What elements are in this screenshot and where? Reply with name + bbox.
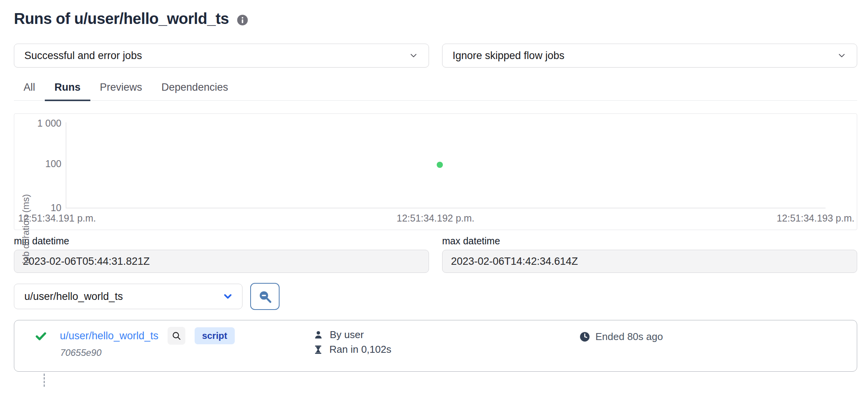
tab-dependencies[interactable]: Dependencies: [152, 79, 238, 101]
person-icon: [313, 330, 324, 340]
job-status-select[interactable]: Successful and error jobs: [14, 44, 429, 68]
info-icon[interactable]: [237, 14, 248, 26]
skipped-flow-select-value: Ignore skipped flow jobs: [453, 50, 565, 62]
search-runs-button[interactable]: [250, 283, 280, 310]
chevron-down-icon: [222, 291, 234, 302]
chart-y-tick: 10: [14, 203, 61, 213]
magnifier-minus-icon: [257, 289, 273, 304]
min-datetime-group: min datetime: [14, 235, 429, 273]
run-by-row: By user: [313, 329, 391, 341]
hourglass-icon: [313, 345, 323, 355]
chevron-down-icon: [409, 51, 419, 61]
tab-previews[interactable]: Previews: [90, 79, 152, 101]
chart-y-axis-line: [66, 122, 66, 208]
skipped-flow-select[interactable]: Ignore skipped flow jobs: [442, 44, 857, 68]
page-header: Runs of u/user/hello_world_ts: [14, 10, 857, 27]
filter-row: Successful and error jobs Ignore skipped…: [14, 44, 857, 68]
tab-bar: All Runs Previews Dependencies: [14, 79, 857, 101]
min-datetime-input[interactable]: [14, 250, 429, 273]
success-check-icon: [34, 330, 47, 343]
tab-all[interactable]: All: [14, 79, 45, 101]
run-row[interactable]: u/user/hello_world_ts script 70655e90 By…: [14, 320, 857, 372]
run-duration-text: Ran in 0,102s: [329, 344, 391, 355]
chart-x-tick: 12:51:34.193 p.m.: [776, 213, 854, 224]
script-path-select-value: u/user/hello_world_ts: [24, 291, 123, 303]
chart-x-tick: 12:51:34.191 p.m.: [18, 213, 96, 224]
run-id: 70655e90: [60, 347, 102, 358]
job-kind-badge: script: [195, 327, 234, 344]
run-by-text: By user: [330, 329, 364, 341]
datetime-filter-row: min datetime max datetime: [14, 235, 857, 273]
run-duration-row: Ran in 0,102s: [313, 344, 391, 355]
timeline-connector: [44, 374, 45, 387]
max-datetime-input[interactable]: [442, 250, 857, 273]
chart-x-axis-line: [66, 208, 826, 208]
chart-y-tick: 100: [14, 159, 61, 169]
chart-y-tick: 1 000: [14, 118, 61, 128]
duration-chart: job duration (ms) 1 000 100 10 12:51:34.…: [14, 113, 857, 230]
run-main-info: u/user/hello_world_ts script: [60, 327, 235, 345]
job-status-select-value: Successful and error jobs: [24, 50, 142, 62]
page-title: Runs of u/user/hello_world_ts: [14, 10, 229, 27]
run-path-link[interactable]: u/user/hello_world_ts: [60, 330, 158, 342]
run-data-point[interactable]: [437, 162, 443, 168]
chart-x-tick: 12:51:34.192 p.m.: [397, 213, 475, 224]
clock-icon: [580, 332, 590, 342]
runs-page: Runs of u/user/hello_world_ts Successful…: [0, 0, 868, 387]
run-meta: By user Ran in 0,102s: [313, 329, 391, 355]
run-ended-row: Ended 80s ago: [580, 331, 663, 343]
script-path-select[interactable]: u/user/hello_world_ts: [14, 284, 242, 309]
path-filter-row: u/user/hello_world_ts: [14, 283, 857, 310]
run-ended-text: Ended 80s ago: [595, 331, 663, 343]
chevron-down-icon: [837, 51, 847, 61]
magnifier-icon: [171, 331, 181, 341]
tab-runs[interactable]: Runs: [45, 79, 90, 101]
chart-x-ticks: 12:51:34.191 p.m. 12:51:34.192 p.m. 12:5…: [14, 213, 857, 225]
max-datetime-group: max datetime: [442, 235, 857, 273]
inspect-run-button[interactable]: [168, 327, 185, 345]
max-datetime-label: max datetime: [442, 235, 857, 247]
min-datetime-label: min datetime: [14, 235, 429, 247]
